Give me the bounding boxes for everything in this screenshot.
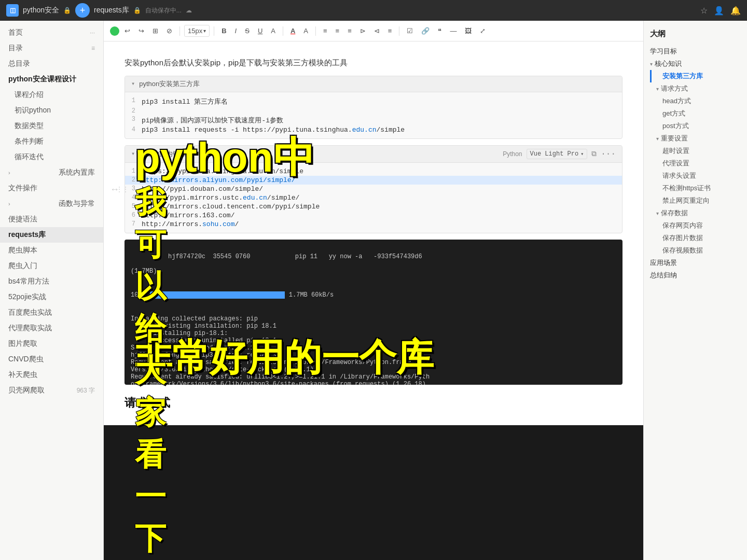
star-icon[interactable]: ☆ xyxy=(700,6,708,16)
redo-button[interactable]: ↪ xyxy=(135,25,147,37)
add-button[interactable]: + xyxy=(75,3,90,18)
bell-icon[interactable]: 🔔 xyxy=(730,6,741,16)
outline-item-save-image[interactable]: 保存图片数据 xyxy=(650,232,741,244)
collapse-arrow-2[interactable]: ▾ xyxy=(131,150,135,158)
code-block-2: ▾ 常用的国内镜像源 Python Vue Light Pro ▾ ⧉ xyxy=(125,145,622,233)
sidebar-item-all-toc[interactable]: 总目录 xyxy=(0,56,103,72)
sidebar-item-functions[interactable]: › 函数与异常 xyxy=(0,196,103,212)
outline-item-save-page[interactable]: 保存网页内容 xyxy=(650,219,741,232)
outline-arrow-settings: ▾ xyxy=(656,136,659,142)
sidebar-item-syntax[interactable]: 便捷语法 xyxy=(0,212,103,227)
user-icon[interactable]: 👤 xyxy=(714,6,724,16)
sidebar-item-course-design[interactable]: python安全课程设计 xyxy=(0,72,103,87)
outline-panel: 大纲 学习目标 ▾核心知识 安装第三方库 ▾请求方式 head方式 get方式 … xyxy=(643,21,747,560)
link-button[interactable]: 🔗 xyxy=(418,25,433,37)
sidebar-item-python-basics[interactable]: 初识python xyxy=(0,103,103,118)
divider-button[interactable]: — xyxy=(447,25,460,37)
indent-button[interactable]: ⊳ xyxy=(357,25,369,37)
bold-button[interactable]: B xyxy=(218,25,229,37)
font-size-dropdown[interactable]: 15px ▾ xyxy=(184,25,210,37)
sidebar-item-butian[interactable]: 补天爬虫 xyxy=(0,367,103,383)
italic-button[interactable]: I xyxy=(232,25,240,37)
code-line: 4 http://pypi.mirrors.ustc.edu.cn/simple… xyxy=(125,193,622,202)
top-bar-right: ☆ 👤 🔔 xyxy=(700,6,741,16)
sidebar-item-conditions[interactable]: 条件判断 xyxy=(0,134,103,149)
expand-icon[interactable]: ↔ xyxy=(110,184,119,194)
sidebar: 首页 ··· 目录 ≡ 总目录 python安全课程设计 课程介绍 初识pyth… xyxy=(0,21,104,560)
outline-item-save-video[interactable]: 保存视频数据 xyxy=(650,244,741,257)
font-color-button[interactable]: A xyxy=(287,25,298,37)
code-block-2-actions: Python Vue Light Pro ▾ ⧉ ··· xyxy=(503,149,616,159)
sidebar-item-bs4[interactable]: bs4常用方法 xyxy=(0,274,103,289)
code-block-1-wrapper: ▾ python安装第三方库 1 pip3 install 第三方库名 2 xyxy=(125,76,622,139)
section-heading: 请求方式 xyxy=(125,395,622,411)
code-block-1-title: python安装第三方库 xyxy=(139,79,200,89)
lang-label: Python xyxy=(503,150,522,158)
outdent-button[interactable]: ⊲ xyxy=(371,25,383,37)
outline-item-use-cases[interactable]: 应用场景 xyxy=(650,257,741,269)
theme-selector[interactable]: Vue Light Pro ▾ xyxy=(527,149,588,159)
align-button[interactable]: ≡ xyxy=(320,25,330,37)
outline-item-save-data[interactable]: ▾保存数据 xyxy=(650,207,741,219)
sidebar-item-52pojie[interactable]: 52pojie实战 xyxy=(0,289,103,305)
list-ol-button[interactable]: ≡ xyxy=(344,25,355,37)
outline-item-proxy[interactable]: 代理设置 xyxy=(650,157,741,170)
outline-item-post[interactable]: post方式 xyxy=(650,120,741,132)
sidebar-item-builtins[interactable]: › 系统内置库 xyxy=(0,165,103,180)
builtins-arrow: › xyxy=(8,170,10,176)
outline-item-install[interactable]: 安装第三方库 xyxy=(650,70,741,82)
list-ul-button[interactable]: ≡ xyxy=(333,25,343,37)
code-block-2-body: 1 https://pypi.tuna.tsinghua.edu.cn/simp… xyxy=(125,163,622,233)
outline-item-core-knowledge[interactable]: ▾核心知识 xyxy=(650,58,741,70)
sidebar-item-spider-intro[interactable]: 爬虫入门 xyxy=(0,258,103,274)
collapse-arrow-1[interactable]: ▾ xyxy=(131,80,135,88)
outline-item-head[interactable]: head方式 xyxy=(650,95,741,107)
code-line: 6 http://mirrors.163.com/ xyxy=(125,211,622,220)
sidebar-item-beike[interactable]: 贝壳网爬取 963 字 xyxy=(0,383,103,398)
code-block-1-body: 1 pip3 install 第三方库名 2 3 pip镜像源，国内源可以加快下… xyxy=(125,92,622,138)
sidebar-item-spider-script[interactable]: 爬虫脚本 xyxy=(0,243,103,258)
outline-item-important-settings[interactable]: ▾重要设置 xyxy=(650,132,741,145)
copy-button[interactable]: ⧉ xyxy=(591,150,597,158)
sidebar-item-baidu[interactable]: 百度爬虫实战 xyxy=(0,305,103,320)
outline-item-get[interactable]: get方式 xyxy=(650,107,741,120)
strikethrough-button[interactable]: S xyxy=(242,25,253,37)
sidebar-item-data-types[interactable]: 数据类型 xyxy=(0,118,103,134)
sidebar-item-requests[interactable]: requests库 xyxy=(0,227,103,243)
active-indicator xyxy=(110,26,119,36)
sidebar-item-loops[interactable]: 循环迭代 xyxy=(0,149,103,165)
outline-item-redirect[interactable]: 禁止网页重定向 xyxy=(650,194,741,207)
checkbox-button[interactable]: ☑ xyxy=(404,25,416,37)
image-button[interactable]: 🖼 xyxy=(462,25,475,37)
sidebar-item-intro[interactable]: 课程介绍 xyxy=(0,87,103,103)
sidebar-item-file-ops[interactable]: 文件操作 xyxy=(0,180,103,196)
code-block-1-header: ▾ python安装第三方库 xyxy=(125,76,622,92)
sidebar-item-home[interactable]: 首页 ··· xyxy=(0,25,103,40)
outline-item-request-methods[interactable]: ▾请求方式 xyxy=(650,82,741,95)
sidebar-item-toc[interactable]: 目录 ≡ xyxy=(0,40,103,56)
sidebar-item-proxy[interactable]: 代理爬取实战 xyxy=(0,320,103,336)
list3-button[interactable]: ≡ xyxy=(385,25,395,37)
underline-button[interactable]: U xyxy=(255,25,266,37)
sidebar-item-image[interactable]: 图片爬取 xyxy=(0,336,103,352)
app-logo: ◫ xyxy=(6,4,19,17)
outline-item-learning-goals[interactable]: 学习目标 xyxy=(650,45,741,58)
cloud-icon: ☁ xyxy=(186,7,192,14)
clear-format-button[interactable]: ⊘ xyxy=(163,25,175,37)
quote-button[interactable]: ❝ xyxy=(435,25,445,37)
undo-button[interactable]: ↩ xyxy=(121,25,133,37)
terminal-size: (1.7MB) xyxy=(131,268,616,275)
outline-item-timeout[interactable]: 超时设置 xyxy=(650,145,741,157)
more-button[interactable]: ··· xyxy=(601,149,616,159)
highlight-button[interactable]: A xyxy=(300,25,311,37)
expand-button[interactable]: ⤢ xyxy=(477,25,489,37)
outline-item-summary[interactable]: 总结归纳 xyxy=(650,269,741,282)
format1-button[interactable]: ⊞ xyxy=(149,25,161,37)
top-bar-center: requests库 🔒 自动保存中... ☁ xyxy=(94,6,696,15)
font-size3-button[interactable]: A xyxy=(268,25,279,37)
terminal-block: hjf874720c 35545 0760 pip 11 yy now -a -… xyxy=(125,240,622,385)
outline-item-https[interactable]: 不检测https证书 xyxy=(650,182,741,194)
sidebar-item-cnvd[interactable]: CNVD爬虫 xyxy=(0,352,103,367)
doc-title: requests库 xyxy=(94,6,129,15)
outline-item-headers[interactable]: 请求头设置 xyxy=(650,170,741,182)
